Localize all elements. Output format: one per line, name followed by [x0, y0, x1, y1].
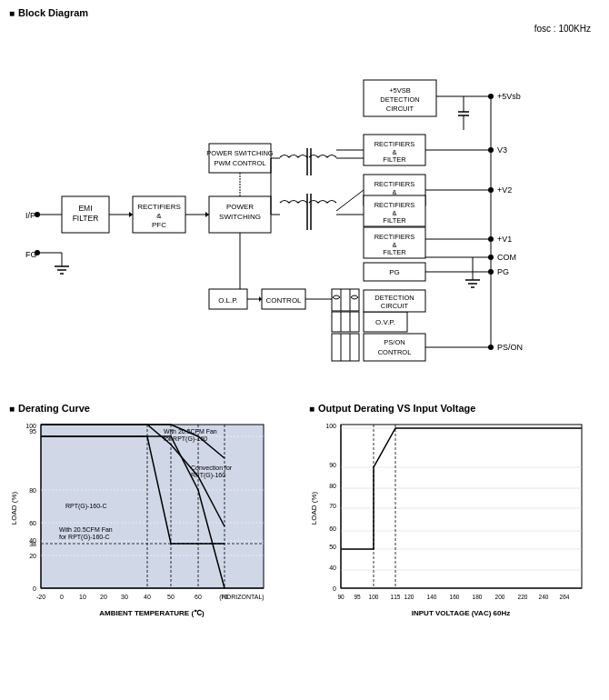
svg-text:SWITCHING: SWITCHING	[219, 213, 261, 221]
block-diagram-svg: I/P FG EMI FILTER RECTIFIERS & PFC	[9, 25, 600, 380]
svg-text:DETECTION: DETECTION	[374, 294, 414, 302]
block-diagram-title: Block Diagram	[9, 7, 600, 18]
svg-text:INPUT VOLTAGE (VAC) 60Hz: INPUT VOLTAGE (VAC) 60Hz	[412, 609, 510, 617]
svg-text:DETECTION: DETECTION	[380, 95, 419, 104]
svg-text:RECTIFIERS: RECTIFIERS	[374, 140, 415, 148]
svg-text:100: 100	[325, 423, 336, 429]
fosc-label: fosc : 100KHz	[534, 24, 591, 34]
svg-marker-12	[205, 212, 209, 217]
svg-text:100: 100	[369, 594, 379, 600]
svg-text:0: 0	[33, 585, 36, 592]
svg-text:40: 40	[29, 537, 36, 544]
svg-text:240: 240	[539, 594, 549, 600]
svg-marker-7	[129, 212, 133, 217]
svg-text:+5VSB: +5VSB	[389, 86, 411, 95]
svg-text:264: 264	[560, 594, 570, 600]
svg-text:COM: COM	[497, 253, 516, 262]
svg-text:RECTIFIERS: RECTIFIERS	[374, 180, 415, 188]
svg-text:115: 115	[391, 594, 401, 600]
svg-text:RECTIFIERS: RECTIFIERS	[374, 233, 415, 241]
svg-text:LOAD (%): LOAD (%)	[310, 491, 318, 525]
svg-text:80: 80	[329, 483, 336, 489]
svg-text:V3: V3	[497, 145, 507, 155]
svg-text:160: 160	[450, 594, 460, 600]
svg-text:CONTROL: CONTROL	[378, 348, 412, 356]
svg-text:PFC: PFC	[152, 221, 166, 229]
svg-text:70: 70	[329, 503, 336, 509]
svg-text:0: 0	[333, 585, 336, 592]
svg-text:POWER: POWER	[226, 203, 254, 211]
svg-rect-76	[332, 289, 359, 311]
svg-text:20: 20	[100, 594, 107, 600]
transformer-coil-right	[309, 201, 336, 204]
svg-text:0: 0	[60, 594, 64, 600]
svg-text:EMI: EMI	[78, 204, 92, 213]
svg-text:FILTER: FILTER	[383, 216, 406, 225]
derating-svg: LOAD (%) 0 20 38 40 60 80 95	[9, 417, 291, 635]
page: Block Diagram fosc : 100KHz I/P FG EMI F…	[0, 0, 609, 700]
svg-text:PS/ON: PS/ON	[497, 343, 523, 352]
svg-text:FILTER: FILTER	[383, 248, 406, 256]
svg-text:50: 50	[329, 544, 336, 550]
svg-rect-138	[341, 425, 582, 588]
svg-text:RECTIFIERS: RECTIFIERS	[137, 203, 181, 211]
svg-text:90: 90	[329, 462, 336, 468]
svg-text:200: 200	[495, 594, 505, 600]
svg-text:100: 100	[25, 423, 36, 429]
svg-text:POWER SWITCHING: POWER SWITCHING	[206, 149, 273, 157]
svg-text:-20: -20	[36, 594, 45, 600]
svg-text:50: 50	[167, 594, 175, 600]
svg-text:95: 95	[354, 594, 361, 600]
svg-text:With 20.5CFM Fan: With 20.5CFM Fan	[59, 526, 113, 533]
svg-text:80: 80	[29, 487, 36, 494]
svg-text:RECTIFIERS: RECTIFIERS	[374, 201, 415, 209]
svg-text:CIRCUIT: CIRCUIT	[386, 105, 414, 113]
svg-text:PG: PG	[497, 267, 509, 276]
svg-line-93	[336, 190, 364, 211]
svg-text:120: 120	[404, 594, 414, 600]
svg-text:for RPT(G)-160-C: for RPT(G)-160-C	[59, 534, 110, 541]
svg-text:LOAD (%): LOAD (%)	[10, 491, 18, 525]
svg-text:+5Vsb: +5Vsb	[497, 92, 521, 101]
svg-text:RPT(G)-160: RPT(G)-160	[191, 472, 225, 479]
svg-text:+V1: +V1	[497, 235, 512, 244]
svg-text:for RPT(G)-160: for RPT(G)-160	[164, 435, 207, 443]
svg-text:PG: PG	[389, 268, 400, 276]
svg-text:CIRCUIT: CIRCUIT	[381, 302, 409, 310]
svg-text:20: 20	[29, 553, 36, 559]
transformer-coil-left	[280, 201, 307, 204]
svg-text:60: 60	[29, 520, 36, 526]
ip-terminal	[35, 212, 40, 217]
svg-text:O.L.P.: O.L.P.	[218, 296, 238, 305]
bottom-sections: Derating Curve LOAD (%) 0 20 38 40	[9, 403, 600, 637]
svg-rect-82	[332, 334, 359, 361]
svg-rect-79	[332, 312, 359, 332]
svg-text:FILTER: FILTER	[73, 214, 99, 223]
svg-text:&: &	[156, 212, 162, 220]
svg-text:40: 40	[144, 594, 151, 600]
svg-text:+V2: +V2	[497, 185, 512, 195]
output-derating-title: Output Derating VS Input Voltage	[309, 403, 600, 414]
svg-text:30: 30	[121, 594, 128, 600]
output-derating-svg: LOAD (%) 0 40 50 60 70 80 90 100	[309, 417, 595, 635]
svg-text:90: 90	[337, 594, 344, 600]
svg-text:95: 95	[29, 428, 36, 435]
derating-curve-section: Derating Curve LOAD (%) 0 20 38 40	[9, 403, 300, 637]
svg-text:Convection for: Convection for	[191, 465, 233, 471]
svg-text:180: 180	[473, 594, 483, 600]
svg-text:10: 10	[79, 594, 86, 600]
output-derating-section: Output Derating VS Input Voltage LOAD (%…	[309, 403, 600, 637]
svg-text:CONTROL: CONTROL	[265, 296, 302, 305]
svg-text:With 20.5CFM Fan: With 20.5CFM Fan	[164, 428, 217, 435]
ip-label: I/P	[25, 211, 35, 220]
svg-text:PS/ON: PS/ON	[384, 338, 404, 346]
svg-text:60: 60	[329, 525, 336, 532]
pwr-sw-pwm-box	[209, 144, 271, 173]
fg-terminal	[35, 250, 40, 255]
svg-text:40: 40	[329, 565, 336, 571]
svg-text:AMBIENT TEMPERATURE (℃): AMBIENT TEMPERATURE (℃)	[99, 609, 205, 617]
svg-text:O.V.P.: O.V.P.	[375, 318, 395, 326]
svg-text:140: 140	[427, 594, 437, 600]
svg-text:(HORIZONTAL): (HORIZONTAL)	[219, 594, 264, 601]
svg-text:FILTER: FILTER	[383, 155, 406, 164]
